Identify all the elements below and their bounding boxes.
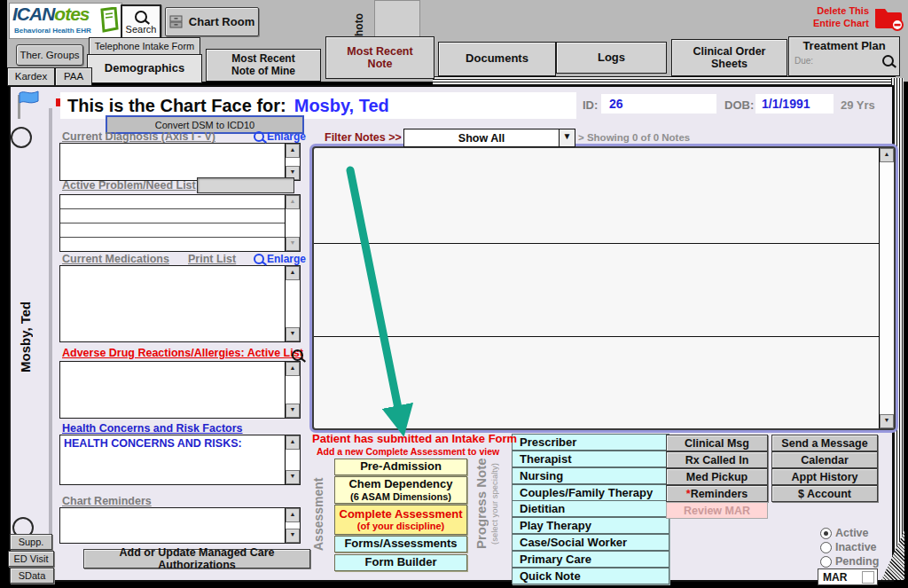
clinical-msg-button[interactable]: Clinical Msg — [666, 435, 768, 451]
scroll-down-icon[interactable]: ▼ — [286, 529, 300, 543]
radio-active-circle[interactable] — [820, 528, 832, 539]
radio-active[interactable]: Active — [820, 527, 869, 539]
scroll-track[interactable] — [286, 280, 300, 327]
sidebar-divider — [49, 108, 52, 539]
scroll-track[interactable] — [286, 450, 300, 470]
progress-note-case-social-worker[interactable]: Case/Social Worker — [512, 534, 669, 551]
appt-history-button[interactable]: Appt History — [771, 468, 878, 485]
photo-placeholder[interactable] — [374, 0, 420, 42]
scrollbar[interactable]: ▲ ▼ — [285, 362, 300, 418]
delete-chart-label[interactable]: Delete This Entire Chart — [803, 5, 869, 30]
print-list-link[interactable]: Print List — [188, 253, 236, 265]
complete-assessment-button[interactable]: Complete Assessment (of your discipline) — [334, 505, 467, 535]
progress-note-prescriber[interactable]: Prescriber — [512, 434, 669, 451]
dob-field[interactable]: 1/1/1991 — [755, 94, 834, 114]
adverse-reactions-box[interactable]: ▲ ▼ — [59, 361, 301, 419]
reminders-button[interactable]: * Reminders — [666, 485, 768, 502]
account-button[interactable]: $ Account — [771, 485, 878, 502]
sdata-button[interactable]: SData — [10, 568, 54, 584]
scroll-up-icon[interactable]: ▲ — [286, 266, 300, 280]
mar-box[interactable]: MAR — [818, 568, 878, 585]
radio-pending[interactable]: Pending — [820, 555, 879, 568]
progress-note-dietitian[interactable]: Dietitian — [512, 500, 669, 517]
delete-folder-icon[interactable] — [873, 3, 904, 31]
tab-ther-groups[interactable]: Ther. Groups — [16, 44, 83, 66]
tab-most-recent-note[interactable]: Most Recent Note — [325, 36, 434, 79]
rx-called-in-button[interactable]: Rx Called In — [666, 451, 768, 468]
scrollbar[interactable]: ▲ ▼ — [285, 144, 300, 180]
active-problem-list[interactable]: ▲ ▼ — [59, 194, 301, 252]
medications-enlarge-link[interactable]: Enlarge — [254, 253, 306, 265]
managed-care-button[interactable]: Add or Update Managed Care Authorization… — [83, 549, 310, 568]
progress-note-play-therapy[interactable]: Play Therapy — [512, 517, 669, 534]
progress-note-nursing[interactable]: Nursing — [512, 467, 669, 484]
radio-inactive[interactable]: Inactive — [820, 541, 877, 553]
pre-admission-button[interactable]: Pre-Admission — [334, 459, 467, 475]
adverse-search-icon[interactable] — [292, 349, 303, 361]
tab-logs[interactable]: Logs — [556, 42, 667, 74]
scroll-up-icon[interactable]: ▲ — [286, 508, 300, 522]
scrollbar[interactable]: ▲ ▼ — [285, 195, 300, 251]
progress-note-quick-note[interactable]: Quick Note — [512, 568, 669, 584]
flag-icon[interactable] — [14, 89, 41, 121]
chart-reminders-box[interactable]: ▲ ▼ — [59, 507, 301, 544]
review-mar-button[interactable]: Review MAR — [666, 502, 768, 519]
scroll-track[interactable] — [286, 376, 300, 404]
ed-visit-button[interactable]: ED Visit — [8, 551, 54, 567]
notes-filter-dropdown[interactable]: Show All ▼ — [403, 129, 575, 147]
scroll-down-icon[interactable]: ▼ — [286, 404, 300, 418]
diagnosis-enlarge-link[interactable]: Enlarge — [254, 130, 306, 143]
scroll-up-icon[interactable]: ▲ — [286, 435, 300, 450]
tab-documents[interactable]: Documents — [438, 42, 556, 76]
active-problem-field[interactable] — [197, 177, 294, 193]
tab-clinical-order-sheets[interactable]: Clinical Order Sheets — [671, 39, 787, 76]
scroll-down-icon[interactable]: ▼ — [286, 237, 300, 251]
search-button[interactable]: Search — [121, 4, 161, 41]
scrollbar[interactable]: ▲ ▼ — [285, 435, 300, 484]
scrollbar[interactable]: ▲ ▼ — [285, 508, 300, 543]
scroll-down-icon[interactable]: ▼ — [880, 414, 894, 428]
scroll-down-icon[interactable]: ▼ — [286, 327, 300, 341]
notes-scrollbar[interactable]: ▲ ▼ — [879, 148, 894, 428]
tab-telephone-intake-form[interactable]: Telephone Intake Form — [89, 37, 200, 56]
forms-assessments-button[interactable]: Forms/Assessments — [334, 536, 467, 553]
health-concerns-box[interactable]: HEALTH CONCERNS AND RISKS: ▲ ▼ — [59, 435, 301, 485]
tab-paa[interactable]: PAA — [55, 67, 92, 86]
sidebar-circle-top[interactable] — [11, 127, 32, 148]
scroll-track[interactable] — [880, 162, 894, 414]
calendar-button[interactable]: Calendar — [771, 451, 878, 468]
tab-kardex[interactable]: Kardex — [7, 67, 55, 86]
scroll-up-icon[interactable]: ▲ — [286, 144, 300, 158]
current-diagnosis-box[interactable]: ▲ ▼ — [59, 143, 301, 181]
progress-note-therapist[interactable]: Therapist — [512, 451, 669, 467]
supp-button[interactable]: Supp. — [10, 534, 52, 550]
search-label: Search — [126, 24, 157, 35]
scroll-track[interactable] — [286, 209, 300, 237]
form-builder-button[interactable]: Form Builder — [334, 554, 467, 571]
scroll-up-icon[interactable]: ▲ — [880, 148, 894, 162]
med-pickup-button[interactable]: Med Pickup — [666, 468, 768, 485]
chart-room-button[interactable]: Chart Room — [165, 7, 259, 36]
scroll-up-icon[interactable]: ▲ — [286, 195, 300, 209]
scroll-track[interactable] — [286, 522, 300, 529]
current-medications-box[interactable]: ▲ ▼ — [59, 265, 301, 342]
progress-note-couples-family[interactable]: Couples/Family Therapy — [512, 484, 669, 501]
notes-count-label: > Showing 0 of 0 Notes — [578, 132, 690, 143]
id-field[interactable]: 26 — [601, 94, 716, 114]
scroll-track[interactable] — [286, 158, 300, 166]
scroll-up-icon[interactable]: ▲ — [286, 362, 300, 376]
tab-most-recent-note-of-mine[interactable]: Most Recent Note of Mine — [206, 49, 321, 82]
dropdown-arrow-icon[interactable]: ▼ — [559, 129, 575, 146]
radio-inactive-circle[interactable] — [820, 542, 832, 553]
tab-treatment-plan[interactable]: Treatment Plan Due: — [788, 36, 900, 76]
progress-note-primary-care[interactable]: Primary Care — [512, 551, 669, 568]
treatment-plan-search-icon[interactable] — [882, 55, 894, 67]
scroll-down-icon[interactable]: ▼ — [286, 470, 300, 484]
notes-list[interactable]: ▲ ▼ — [312, 146, 896, 430]
chem-dependency-button[interactable]: Chem Dependency (6 ASAM Dimensions) — [334, 476, 467, 504]
send-message-button[interactable]: Send a Message — [771, 435, 878, 451]
radio-pending-circle[interactable] — [820, 556, 832, 568]
mar-checkbox[interactable] — [862, 571, 874, 584]
scrollbar[interactable]: ▲ ▼ — [285, 266, 300, 341]
tab-demographics[interactable]: Demographics — [87, 54, 202, 83]
